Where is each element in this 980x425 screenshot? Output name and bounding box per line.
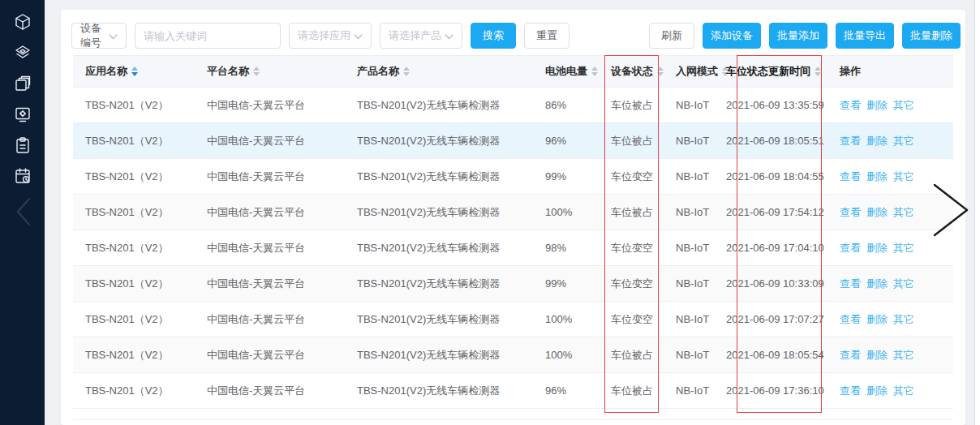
column-header-app[interactable]: 应用名称 (85, 64, 207, 79)
delete-link[interactable]: 删除 (866, 312, 888, 327)
cell-operations: 查看 删除 其它 (840, 277, 953, 291)
view-link[interactable]: 查看 (840, 384, 861, 398)
device-table: 应用名称 平台名称 产品名称 电池电量 设备状态 入网模式 (73, 55, 953, 420)
other-link[interactable]: 其它 (893, 277, 914, 291)
cell-network-mode: NB-IoT (676, 135, 726, 147)
column-header-mode[interactable]: 入网模式 (676, 64, 726, 79)
keyword-input[interactable] (135, 23, 281, 49)
cell-battery-level: 96% (545, 135, 611, 147)
app-select-placeholder: 请选择应用 (298, 28, 350, 43)
sort-icon[interactable] (591, 67, 598, 76)
other-link[interactable]: 其它 (893, 348, 914, 363)
other-link[interactable]: 其它 (893, 205, 914, 220)
column-header-product[interactable]: 产品名称 (357, 64, 545, 79)
batch-delete-button[interactable]: 批量删除 (902, 23, 961, 49)
delete-link[interactable]: 删除 (866, 134, 888, 148)
cell-operations: 查看 删除 其它 (840, 312, 953, 327)
other-link[interactable]: 其它 (893, 312, 914, 327)
refresh-button[interactable]: 刷新 (649, 23, 694, 49)
view-link[interactable]: 查看 (840, 312, 861, 327)
collapse-sidebar-icon[interactable] (12, 201, 33, 222)
cell-status-update-time: 2021-06-09 17:04:10 (726, 242, 840, 254)
cell-battery-level: 99% (545, 277, 611, 290)
table-row[interactable]: TBS-N201（V2） 中国电信-天翼云平台 TBS-N201(V2)无线车辆… (73, 88, 953, 123)
cell-status-update-time: 2021-06-09 17:36:10 (726, 384, 840, 397)
column-header-status[interactable]: 设备状态 (611, 64, 676, 79)
view-link[interactable]: 查看 (840, 170, 861, 184)
cell-app-name: TBS-N201（V2） (85, 348, 207, 363)
table-row[interactable]: TBS-N201（V2） 中国电信-天翼云平台 TBS-N201(V2)无线车辆… (73, 337, 953, 373)
chevron-down-icon (109, 30, 118, 42)
search-field-select[interactable]: 设备编号 (71, 23, 127, 49)
delete-link[interactable]: 删除 (866, 241, 888, 255)
other-link[interactable]: 其它 (893, 241, 914, 255)
layers-icon[interactable] (12, 42, 33, 63)
table-row[interactable]: TBS-N201（V2） 中国电信-天翼云平台 TBS-N201(V2)无线车辆… (73, 302, 953, 337)
table-row[interactable]: TBS-N201（V2） 中国电信-天翼云平台 TBS-N201(V2)无线车辆… (73, 266, 953, 302)
delete-link[interactable]: 删除 (866, 348, 888, 363)
delete-link[interactable]: 删除 (866, 384, 888, 398)
cell-status-update-time: 2021-06-09 18:05:51 (726, 135, 840, 147)
add-device-button[interactable]: 添加设备 (703, 23, 761, 49)
view-link[interactable]: 查看 (840, 205, 861, 220)
other-link[interactable]: 其它 (893, 98, 914, 113)
reset-button[interactable]: 重置 (524, 23, 570, 49)
column-header-battery[interactable]: 电池电量 (545, 64, 611, 79)
other-link[interactable]: 其它 (893, 384, 914, 398)
delete-link[interactable]: 删除 (866, 98, 888, 113)
cell-product-name: TBS-N201(V2)无线车辆检测器 (357, 241, 545, 255)
cube-icon[interactable] (12, 11, 33, 32)
view-link[interactable]: 查看 (840, 98, 861, 113)
delete-link[interactable]: 删除 (866, 277, 888, 291)
column-header-time[interactable]: 车位状态更新时间 (726, 64, 840, 79)
app-select[interactable]: 请选择应用 (289, 23, 372, 49)
column-header-ops: 操作 (840, 64, 953, 79)
cell-app-name: TBS-N201（V2） (85, 98, 207, 113)
delete-link[interactable]: 删除 (866, 205, 888, 220)
cell-operations: 查看 删除 其它 (840, 134, 953, 148)
batch-export-button[interactable]: 批量导出 (836, 23, 894, 49)
calendar-clock-icon[interactable] (12, 165, 33, 187)
cell-product-name: TBS-N201(V2)无线车辆检测器 (357, 98, 545, 113)
table-row[interactable]: TBS-N201（V2） 中国电信-天翼云平台 TBS-N201(V2)无线车辆… (73, 373, 953, 409)
other-link[interactable]: 其它 (893, 134, 914, 148)
table-row[interactable]: TBS-N201（V2） 中国电信-天翼云平台 TBS-N201(V2)无线车辆… (73, 195, 953, 230)
cell-device-status: 车位被占 (611, 384, 676, 398)
view-link[interactable]: 查看 (840, 241, 861, 255)
cell-app-name: TBS-N201（V2） (85, 312, 207, 327)
next-page-arrow-icon[interactable] (930, 180, 972, 243)
batch-add-button[interactable]: 批量添加 (769, 23, 827, 49)
cell-operations: 查看 删除 其它 (840, 384, 953, 398)
other-link[interactable]: 其它 (893, 170, 914, 184)
sort-icon[interactable] (657, 67, 664, 76)
product-select-placeholder: 请选择产品 (389, 28, 441, 43)
sort-icon[interactable] (403, 67, 410, 76)
cell-platform-name: 中国电信-天翼云平台 (207, 134, 357, 148)
cell-network-mode: NB-IoT (676, 99, 726, 111)
delete-link[interactable]: 删除 (866, 170, 888, 184)
product-select[interactable]: 请选择产品 (380, 23, 462, 49)
right-edge-strip (975, 0, 980, 425)
column-header-platform[interactable]: 平台名称 (207, 64, 357, 79)
cell-device-status: 车位被占 (611, 348, 676, 363)
table-header-row: 应用名称 平台名称 产品名称 电池电量 设备状态 入网模式 (73, 55, 953, 88)
view-link[interactable]: 查看 (840, 277, 861, 291)
table-row[interactable]: TBS-N201（V2） 中国电信-天翼云平台 TBS-N201(V2)无线车辆… (73, 159, 953, 195)
monitor-gear-icon[interactable] (12, 104, 33, 125)
table-row[interactable]: TBS-N201（V2） 中国电信-天翼云平台 TBS-N201(V2)无线车辆… (73, 230, 953, 266)
search-button[interactable]: 搜索 (471, 23, 516, 49)
table-body: TBS-N201（V2） 中国电信-天翼云平台 TBS-N201(V2)无线车辆… (73, 88, 953, 409)
cell-network-mode: NB-IoT (676, 206, 726, 218)
cell-device-status: 车位变空 (611, 170, 676, 184)
cell-platform-name: 中国电信-天翼云平台 (207, 205, 357, 220)
sort-icon[interactable] (815, 67, 821, 76)
view-link[interactable]: 查看 (840, 348, 861, 363)
table-row[interactable]: TBS-N201（V2） 中国电信-天翼云平台 TBS-N201(V2)无线车辆… (73, 123, 953, 159)
device-list-panel: 设备编号 请选择应用 请选择产品 搜索 重置 刷新 添加设备 批量添加 批量导出… (61, 10, 965, 425)
copies-icon[interactable] (12, 73, 33, 94)
cell-device-status: 车位被占 (611, 205, 676, 220)
sort-icon[interactable] (253, 67, 260, 76)
view-link[interactable]: 查看 (840, 134, 861, 148)
sort-icon[interactable] (131, 67, 138, 76)
clipboard-icon[interactable] (12, 135, 33, 156)
